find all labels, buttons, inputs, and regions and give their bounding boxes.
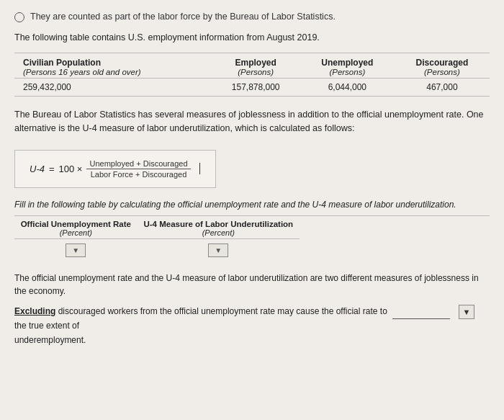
excluding-line: Excluding discouraged workers from the o… bbox=[14, 305, 490, 333]
fill-col2-header: U-4 Measure of Labor Underutilization (P… bbox=[138, 216, 300, 239]
u4-measure-dropdown[interactable]: ▼ bbox=[208, 243, 228, 257]
formula-cursor bbox=[199, 163, 201, 174]
col-header-discouraged: Discouraged (Persons) bbox=[395, 53, 490, 79]
fill-table-row: ▼ ▼ bbox=[14, 238, 300, 262]
top-note: They are counted as part of the labor fo… bbox=[14, 12, 490, 22]
cell-discouraged: 467,000 bbox=[395, 79, 490, 97]
excluding-suffix: the true extent of bbox=[14, 321, 79, 331]
circle-icon bbox=[14, 12, 24, 22]
table-row: 259,432,000 157,878,000 6,044,000 467,00… bbox=[14, 79, 490, 97]
data-table: Civilian Population (Persons 16 years ol… bbox=[14, 53, 490, 96]
formula-label: U-4 bbox=[30, 164, 45, 174]
cell-civilian: 259,432,000 bbox=[14, 79, 212, 97]
excluding-word: Excluding bbox=[14, 306, 55, 316]
blank-underline bbox=[392, 318, 450, 319]
col-header-unemployed: Unemployed (Persons) bbox=[300, 53, 395, 79]
section-text: The Bureau of Labor Statistics has sever… bbox=[14, 108, 490, 135]
fill-cell-2: ▼ bbox=[138, 238, 300, 262]
formula-multiply: 100 × bbox=[59, 164, 83, 174]
formula-line: U-4 = 100 × Unemployed + Discouraged Lab… bbox=[30, 159, 201, 179]
fill-table-wrapper: Official Unemployment Rate (Percent) U-4… bbox=[14, 215, 490, 262]
bottom-text: The official unemployment rate and the U… bbox=[14, 272, 490, 298]
formula-box: U-4 = 100 × Unemployed + Discouraged Lab… bbox=[14, 150, 216, 188]
formula-equals: = bbox=[49, 164, 55, 174]
data-table-wrapper: Civilian Population (Persons 16 years ol… bbox=[14, 53, 490, 97]
excluding-dropdown[interactable]: ▼ bbox=[459, 305, 475, 320]
formula-numerator: Unemployed + Discouraged bbox=[86, 159, 190, 169]
cell-unemployed: 6,044,000 bbox=[300, 79, 395, 97]
underemployment-label: underemployment. bbox=[14, 334, 490, 347]
top-note-text: They are counted as part of the labor fo… bbox=[30, 12, 336, 22]
col-header-civilian: Civilian Population (Persons 16 years ol… bbox=[14, 53, 212, 79]
fill-intro-text: Fill in the following table by calculati… bbox=[14, 200, 490, 210]
formula-denominator: Labor Force + Discouraged bbox=[88, 169, 190, 179]
formula-fraction: Unemployed + Discouraged Labor Force + D… bbox=[86, 159, 190, 179]
excluding-dropdown-arrow: ▼ bbox=[463, 306, 471, 318]
cell-employed: 157,878,000 bbox=[212, 79, 300, 97]
fill-col1-header: Official Unemployment Rate (Percent) bbox=[14, 216, 138, 239]
dropdown-arrow-2: ▼ bbox=[215, 246, 222, 254]
fill-cell-1: ▼ bbox=[14, 238, 138, 262]
intro-text: The following table contains U.S. employ… bbox=[14, 32, 490, 43]
excluding-middle: discouraged workers from the official un… bbox=[58, 306, 387, 316]
dropdown-arrow-1: ▼ bbox=[72, 246, 79, 254]
col-header-employed: Employed (Persons) bbox=[212, 53, 300, 79]
fill-table: Official Unemployment Rate (Percent) U-4… bbox=[14, 216, 300, 262]
unemployment-rate-dropdown[interactable]: ▼ bbox=[66, 243, 86, 257]
